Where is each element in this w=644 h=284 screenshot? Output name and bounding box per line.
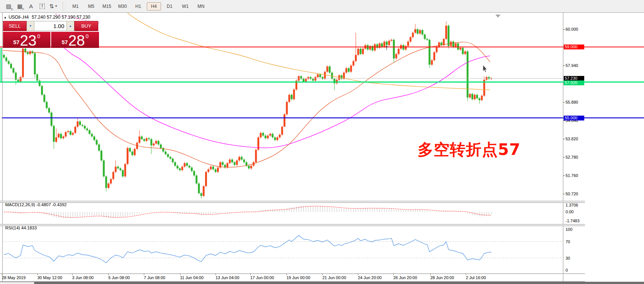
bid-price-panel[interactable]: 57 23 0 <box>3 32 50 48</box>
timeframe-button-w1[interactable]: W1 <box>178 2 192 10</box>
chart-left-border <box>2 12 3 282</box>
time-tick-mark <box>322 274 323 275</box>
timeframe-button-group: M1M5M15M30H1H4D1W1MN <box>68 2 209 10</box>
price-tick-label: 53.820 <box>566 137 585 141</box>
time-tick-mark <box>466 274 466 275</box>
time-tick-mark <box>287 274 287 275</box>
time-tick-label: 11 Jun 04:00 <box>180 275 204 280</box>
bid-big-digits: 23 <box>20 34 37 47</box>
chart-text-annotation: 多空转折点57 <box>418 139 520 160</box>
price-tick-label: 55.880 <box>566 100 585 104</box>
price-tick-label: 51.760 <box>566 173 585 178</box>
toolbar-separator <box>63 2 65 11</box>
volume-increase-button[interactable]: ▲ <box>66 21 74 31</box>
ask-pip-digit: 0 <box>86 33 89 39</box>
time-tick-mark <box>72 274 72 275</box>
indicator-tick-label: 70 <box>566 239 585 244</box>
indicator-tick-label: 30 <box>566 256 585 260</box>
price-tick-label: 60.000 <box>566 27 585 31</box>
collapse-triangle-icon[interactable]: ▲ <box>4 16 7 19</box>
sell-button[interactable]: SELL <box>3 21 27 31</box>
time-tick-mark <box>250 274 251 275</box>
price-tick-mark <box>563 29 565 30</box>
ask-price-panel[interactable]: 57 28 0 <box>51 32 99 48</box>
time-tick-label: 3 Jun 08:00 <box>72 275 94 280</box>
chart-shift-triangle-icon[interactable] <box>495 15 501 18</box>
indicator-tick-label: -1.7483 <box>566 219 585 223</box>
price-line-badge: 59.000 <box>564 45 584 49</box>
symbol-name: USOil-,H4 <box>9 15 29 20</box>
ohlc-values: 57.240 57.290 57.190 57.230 <box>32 15 90 20</box>
timeframe-button-h4[interactable]: H4 <box>147 2 161 10</box>
indicator-tick-label: 0.00 <box>566 210 585 214</box>
price-tick-mark <box>563 102 565 103</box>
timeframe-button-m5[interactable]: M5 <box>84 2 98 10</box>
timeframe-button-mn[interactable]: MN <box>194 2 208 10</box>
bottom-strip-left-segment <box>0 282 34 284</box>
price-tick-mark <box>563 175 565 176</box>
macd-rsi-divider[interactable] <box>0 224 585 226</box>
time-tick-mark <box>216 274 216 275</box>
indicator-tick-label: 1.3706 <box>566 203 585 207</box>
price-tick-mark <box>563 65 565 66</box>
volume-decrease-button[interactable]: ▼ <box>27 21 34 31</box>
symbol-header: ▲ USOil-,H4 57.240 57.290 57.190 57.230 <box>4 15 90 20</box>
price-tick-label: 52.780 <box>566 155 585 159</box>
time-tick-label: 26 Jun 20:00 <box>393 275 417 280</box>
time-tick-mark <box>358 274 358 275</box>
bid-prefix: 57 <box>13 39 20 45</box>
time-tick-mark <box>108 274 109 275</box>
dagger-marker-icon: † <box>385 45 388 51</box>
volume-input[interactable] <box>34 21 66 31</box>
time-tick-label: 24 Jun 20:00 <box>358 275 382 280</box>
time-tick-mark <box>180 274 180 275</box>
time-tick-label: 5 Jun 08:00 <box>108 275 130 280</box>
price-tick-label: 50.720 <box>566 192 585 196</box>
timeframe-button-h1[interactable]: H1 <box>131 2 145 10</box>
bottom-scroll-strip[interactable] <box>0 282 644 284</box>
timeframe-button-m1[interactable]: M1 <box>68 2 83 10</box>
time-tick-mark <box>2 274 2 275</box>
time-tick-label: 30 May 12:00 <box>37 275 62 280</box>
timeframe-button-d1[interactable]: D1 <box>162 2 177 10</box>
one-click-trading-panel: SELL ▼ ▲ BUY 57 23 0 57 28 0 <box>3 21 99 48</box>
time-tick-mark <box>393 274 394 275</box>
main-macd-divider[interactable] <box>0 201 585 203</box>
text-tool-icon[interactable]: A <box>25 1 37 11</box>
rsi-bottom-border <box>0 274 585 274</box>
crosshair-tool-icon[interactable]: ▨E <box>3 1 14 11</box>
price-tick-label: 57.940 <box>566 63 585 68</box>
price-tick-mark <box>563 139 565 139</box>
rsi-indicator-label: RSI(14) 44.1833 <box>5 226 37 230</box>
arrows-tool-icon[interactable]: ⇅▼ <box>48 1 59 11</box>
timeframe-button-m15[interactable]: M15 <box>100 2 114 10</box>
indicator-tick-label: 100 <box>566 227 585 232</box>
price-axis-divider <box>563 12 563 282</box>
time-tick-mark <box>144 274 144 275</box>
time-tick-label: 13 Jun 04:00 <box>216 275 239 280</box>
macd-indicator-label: MACD(12,26,9) -0.4807 -0.4392 <box>5 202 66 207</box>
grid-tool-icon[interactable]: ▦F <box>14 1 25 11</box>
price-tick-mark <box>563 194 565 194</box>
buy-button[interactable]: BUY <box>74 21 98 31</box>
chevron-down-icon: ▼ <box>55 4 58 8</box>
price-tick-mark <box>563 157 565 158</box>
time-tick-label: 7 Jun 08:00 <box>144 275 165 280</box>
indicator-tick-label: 0 <box>566 268 585 272</box>
ask-prefix: 57 <box>62 39 68 45</box>
price-tick-mark <box>563 120 565 121</box>
time-tick-label: 28 Jun 20:00 <box>430 275 454 280</box>
trade-controls-row: SELL ▼ ▲ BUY <box>3 21 99 31</box>
price-line-badge: 57.020 <box>564 80 584 85</box>
textbox-tool-icon[interactable]: T <box>37 1 48 11</box>
ask-big-digits: 28 <box>68 34 85 47</box>
time-tick-label: 17 Jun 00:00 <box>250 275 274 280</box>
time-tick-label: 2 Jul 16:00 <box>466 275 486 280</box>
price-line-badge: 55.000 <box>564 116 584 120</box>
timeframe-button-m30[interactable]: M30 <box>115 2 130 10</box>
time-tick-label: 21 Jun 00:00 <box>322 275 346 280</box>
toolbar-icon-group: ▨E▦FAT⇅▼ <box>3 1 59 11</box>
time-tick-mark <box>37 274 38 275</box>
toolbar: ▨E▦FAT⇅▼ M1M5M15M30H1H4D1W1MN <box>0 0 644 13</box>
mt4-chart-window: ▨E▦FAT⇅▼ M1M5M15M30H1H4D1W1MN ▲ USOil-,H… <box>0 0 644 284</box>
